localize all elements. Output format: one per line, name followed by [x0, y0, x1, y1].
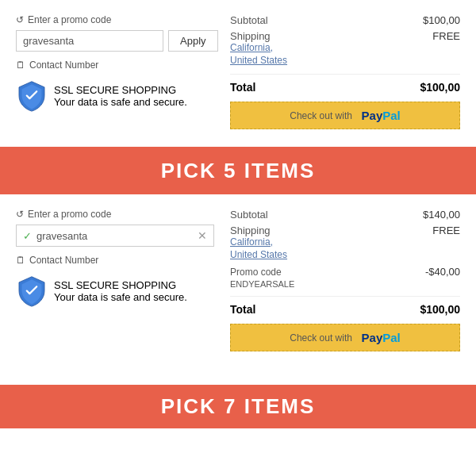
contact-row-2: 🗒 Contact Number [16, 255, 214, 266]
location-link-1a[interactable]: California, [230, 42, 287, 53]
promo-input-1[interactable] [16, 30, 163, 52]
promo-label-1: ↺ Enter a promo code [16, 14, 214, 25]
check-icon: ✓ [23, 230, 32, 242]
paypal-button-2[interactable]: Check out with PayPal [230, 324, 460, 351]
right-column-1: Subtotal $100,00 Shipping California, Un… [230, 14, 460, 129]
contact-row-1: 🗒 Contact Number [16, 60, 214, 71]
location-link-2b[interactable]: United States [230, 249, 287, 260]
shipping-row-2: Shipping California, United States FREE [230, 225, 460, 262]
right-column-2: Subtotal $140,00 Shipping California, Un… [230, 209, 460, 351]
clear-promo-icon[interactable]: ✕ [198, 229, 207, 242]
doc-icon: 🗒 [16, 60, 25, 71]
doc-icon-2: 🗒 [16, 255, 25, 266]
promo-input-row-1: Apply [16, 30, 214, 52]
subtotal-row-2: Subtotal $140,00 [230, 209, 460, 221]
left-column-1: ↺ Enter a promo code Apply 🗒 Contact Num… [16, 14, 214, 129]
ssl-shield-icon [16, 80, 48, 112]
ssl-shield-icon-2 [16, 275, 48, 307]
promo-applied-row: ✓ gravesanta ✕ [16, 225, 214, 247]
paypal-logo-1: PayPal [362, 109, 401, 122]
banner-pick7: PICK 7 ITEMS [0, 385, 476, 428]
location-link-1b[interactable]: United States [230, 55, 287, 66]
shipping-row-1: Shipping California, United States FREE [230, 30, 460, 67]
section-before-promo: ↺ Enter a promo code Apply 🗒 Contact Num… [0, 0, 476, 147]
left-column-2: ↺ Enter a promo code ✓ gravesanta ✕ 🗒 Co… [16, 209, 214, 351]
subtotal-row-1: Subtotal $100,00 [230, 14, 460, 26]
total-row-2: Total $100,00 [230, 296, 460, 316]
paypal-logo-2: PayPal [362, 331, 401, 344]
location-link-2a[interactable]: California, [230, 236, 287, 248]
ssl-badge-1: SSL SECURE SHOPPING Your data is safe an… [16, 80, 214, 112]
apply-button-1[interactable]: Apply [168, 30, 218, 52]
promo-label-2: ↺ Enter a promo code [16, 209, 214, 220]
ssl-text-2: SSL SECURE SHOPPING Your data is safe an… [54, 279, 187, 303]
ssl-text: SSL SECURE SHOPPING Your data is safe an… [54, 84, 187, 108]
banner-pick5: PICK 5 ITEMS [0, 147, 476, 194]
promo-code-row: Promo code ENDYEARSALE -$40,00 [230, 266, 460, 290]
refresh-icon-2: ↺ [16, 209, 24, 220]
section-after-promo: ↺ Enter a promo code ✓ gravesanta ✕ 🗒 Co… [0, 194, 476, 385]
refresh-icon: ↺ [16, 14, 24, 25]
paypal-button-1[interactable]: Check out with PayPal [230, 102, 460, 129]
total-row-1: Total $100,00 [230, 74, 460, 94]
ssl-badge-2: SSL SECURE SHOPPING Your data is safe an… [16, 275, 214, 307]
